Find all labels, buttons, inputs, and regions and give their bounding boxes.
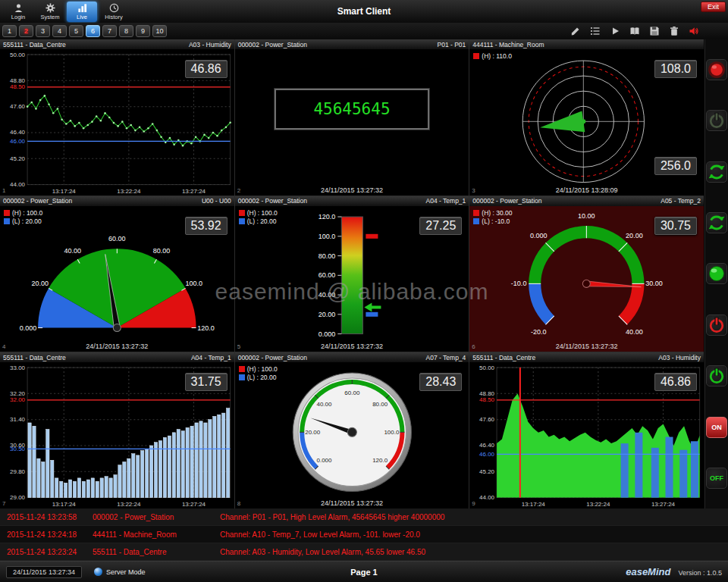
- top-bar: Login System Live History Smart Client E…: [0, 0, 728, 23]
- svg-text:50.00: 50.00: [479, 365, 495, 371]
- panel-channel: P01 - P01: [438, 41, 466, 48]
- page-button-5[interactable]: 5: [69, 25, 83, 37]
- page-button-2[interactable]: 2: [19, 25, 33, 37]
- status-lamp-button[interactable]: [706, 263, 727, 284]
- panel-grid: 555111 - Data_Centre A03 - Humidity 13:1…: [0, 39, 704, 508]
- svg-text:120.0: 120.0: [197, 324, 215, 331]
- panel-header: 444111 - Machine_Room: [469, 39, 704, 49]
- emergency-stop-button[interactable]: [706, 59, 727, 80]
- svg-text:45.20: 45.20: [479, 468, 495, 475]
- legend-high-label: (H) : 100.0: [247, 209, 278, 217]
- page-button-3[interactable]: 3: [36, 25, 50, 37]
- nav-login-label: Login: [11, 14, 25, 20]
- page-indicator: Page 1: [350, 568, 377, 577]
- svg-text:31.40: 31.40: [10, 416, 26, 423]
- value-badge: 30.75: [654, 217, 697, 235]
- legend-item: (L) : 20.00: [4, 217, 42, 225]
- page-button-10[interactable]: 10: [152, 25, 167, 37]
- status-bar: 24/11/2015 13:27:34 Server Mode Page 1 e…: [0, 561, 728, 582]
- alarm-station: 555111 - Data_Centre: [93, 548, 220, 556]
- power-green-button[interactable]: [706, 365, 727, 386]
- book-tool-button[interactable]: [628, 25, 642, 37]
- edit-tool-button[interactable]: [569, 25, 582, 37]
- panel-channel: U00 - U00: [202, 197, 231, 205]
- save-tool-button[interactable]: [648, 25, 661, 37]
- svg-text:13:22:24: 13:22:24: [117, 188, 141, 195]
- version-label: Version : 1.0.5: [678, 569, 722, 577]
- panel-channel: A03 - Humidity: [189, 41, 231, 48]
- panel-area-chart: 555111 - Data_Centre A03 - Humidity 13:1…: [469, 352, 704, 508]
- sync-b-button[interactable]: [706, 212, 727, 233]
- svg-text:0.000: 0.000: [316, 458, 332, 465]
- legend: (H) : 100.0 (L) : 20.00: [239, 209, 278, 226]
- app-title: Smart Client: [337, 6, 391, 17]
- page-button-9[interactable]: 9: [136, 25, 150, 37]
- legend-low-swatch: [4, 218, 10, 224]
- svg-text:46.40: 46.40: [10, 129, 26, 136]
- legend-item: (H) : 30.00: [473, 209, 512, 217]
- panel-header: 000002 - Power_Station P01 - P01: [235, 39, 469, 49]
- value-badge: 31.75: [185, 373, 228, 391]
- page-button-6[interactable]: 6: [86, 25, 100, 37]
- svg-text:13:17:24: 13:17:24: [522, 501, 546, 508]
- alarm-row[interactable]: 2015-11-24 13:23:58 000002 - Power_Stati…: [0, 508, 728, 526]
- power-red-button[interactable]: [706, 314, 727, 336]
- panel-body: (H) : 110.0 108.0 256.0 24/11/2015 13:28…: [469, 49, 704, 196]
- legend-high-swatch: [239, 366, 245, 372]
- alarm-row[interactable]: 2015-11-24 13:24:18 444111 - Machine_Roo…: [0, 526, 728, 543]
- panel-number: 1: [2, 187, 5, 194]
- panel-number: 7: [2, 500, 5, 507]
- nav-history-label: History: [105, 14, 122, 20]
- panel-header: 555111 - Data_Centre A03 - Humidity: [0, 39, 234, 49]
- svg-text:13:27:24: 13:27:24: [182, 501, 206, 508]
- digital-display: 45645645: [275, 89, 429, 130]
- value-badge: 46.86: [185, 60, 228, 78]
- nav-history[interactable]: History: [99, 2, 129, 22]
- panel-channel: A03 - Humidity: [658, 354, 701, 361]
- exit-button[interactable]: Exit: [701, 2, 726, 12]
- panel-number: 4: [2, 343, 5, 350]
- svg-text:40.00: 40.00: [318, 291, 335, 299]
- nav-live[interactable]: Live: [67, 2, 97, 22]
- speaker-tool-button[interactable]: [687, 25, 701, 37]
- legend-high-swatch: [473, 53, 479, 59]
- svg-text:13:22:24: 13:22:24: [587, 501, 611, 508]
- svg-text:46.40: 46.40: [479, 443, 495, 449]
- svg-text:48.50: 48.50: [10, 83, 26, 90]
- legend-high-swatch: [239, 210, 245, 216]
- panel-body: 0.00020.0040.0060.0080.00100.0120.0 (H) …: [235, 206, 469, 352]
- svg-text:-20.0: -20.0: [531, 327, 547, 335]
- on-button[interactable]: ON: [706, 417, 727, 438]
- page-button-4[interactable]: 4: [52, 25, 67, 37]
- sync-a-button[interactable]: [706, 161, 727, 183]
- alarm-time: 2015-11-24 13:23:24: [0, 548, 93, 556]
- svg-text:40.00: 40.00: [316, 402, 332, 408]
- nav-login[interactable]: Login: [3, 2, 33, 22]
- refresh-icon: [707, 162, 726, 182]
- brand-area: easeMind Version : 1.0.5: [626, 566, 722, 577]
- panel-station: 000002 - Power_Station: [238, 41, 307, 48]
- legend-low-swatch: [473, 218, 479, 224]
- power-standby-button[interactable]: [706, 110, 727, 131]
- alarm-row[interactable]: 2015-11-24 13:23:24 555111 - Data_Centre…: [0, 543, 728, 561]
- panel-body: 13:17:2413:22:2413:27:2450.0048.8047.604…: [469, 362, 704, 508]
- svg-text:40.00: 40.00: [64, 247, 81, 255]
- legend-high-label: (H) : 100.0: [247, 365, 278, 373]
- svg-text:29.00: 29.00: [10, 494, 26, 501]
- power-standby-icon: [707, 111, 726, 130]
- play-tool-button[interactable]: [608, 25, 622, 37]
- svg-text:40.00: 40.00: [626, 327, 643, 335]
- trash-tool-button[interactable]: [667, 25, 681, 37]
- svg-text:80.00: 80.00: [372, 402, 388, 408]
- svg-text:46.00: 46.00: [479, 451, 495, 458]
- panel-number: 5: [237, 343, 240, 350]
- page-button-7[interactable]: 7: [102, 25, 117, 37]
- page-button-8[interactable]: 8: [119, 25, 133, 37]
- svg-text:100.0: 100.0: [384, 430, 400, 436]
- nav-system[interactable]: System: [35, 2, 65, 22]
- off-button[interactable]: OFF: [706, 468, 727, 489]
- list-tool-button[interactable]: [588, 25, 602, 37]
- svg-text:33.00: 33.00: [10, 365, 26, 371]
- legend-low-swatch: [239, 218, 245, 224]
- page-button-1[interactable]: 1: [2, 25, 17, 37]
